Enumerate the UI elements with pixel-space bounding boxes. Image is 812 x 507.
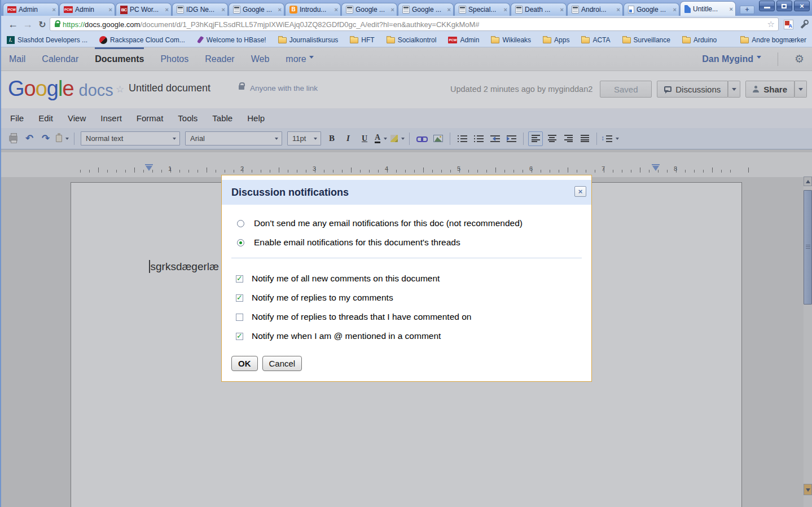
radio-enable-email-notifications[interactable] [237, 239, 244, 246]
bookmark-folder[interactable]: Wikileaks [491, 36, 531, 44]
minimize-button[interactable] [759, 1, 775, 11]
dialog-buttons: OK Cancel [231, 356, 302, 371]
radio-no-email-notifications[interactable] [237, 220, 244, 227]
browser-tab[interactable]: Special...× [454, 3, 510, 16]
tab-close-icon[interactable]: × [52, 6, 56, 13]
news-doc-icon [346, 6, 353, 14]
rackspace-icon [99, 36, 107, 44]
bookmark-item[interactable]: Rackspace Cloud Com... [99, 36, 185, 44]
wrench-menu-icon[interactable] [798, 20, 807, 29]
tab-close-icon[interactable]: × [504, 6, 507, 13]
bookmark-folder[interactable]: Socialkontrol [387, 36, 437, 44]
folder-icon [350, 37, 358, 43]
docs-page: Mail Calendar Documents Photos Reader We… [1, 47, 812, 507]
checkbox-row: Notify me of replies to my comments [236, 293, 393, 303]
back-button[interactable]: ← [6, 19, 20, 30]
bookmark-folder[interactable]: Arduino [682, 36, 717, 44]
bookmark-folder[interactable]: Journalistkursus [278, 36, 339, 44]
checkbox-at-mentioned[interactable] [236, 333, 243, 340]
checkbox-row: Notify me when I am @ mentioned in a com… [236, 331, 441, 341]
news-doc-icon [459, 6, 466, 14]
checkbox-row: Notify me of all new comments on this do… [236, 274, 440, 284]
browser-tab[interactable]: Google ...× [341, 3, 397, 16]
tab-close-icon[interactable]: × [447, 6, 451, 13]
other-bookmarks-folder[interactable]: Andre bogmærker [740, 36, 806, 44]
ok-button[interactable]: OK [231, 356, 258, 371]
checkbox-label: Notify me of all new comments on this do… [252, 274, 440, 284]
forward-button[interactable]: → [20, 19, 35, 30]
tab-close-icon[interactable]: × [222, 6, 225, 13]
tab-close-icon[interactable]: × [673, 6, 677, 13]
tab-close-icon[interactable]: × [278, 6, 282, 13]
tab-close-icon[interactable]: × [560, 6, 564, 13]
browser-tab-active[interactable]: Untitle...× [680, 1, 736, 16]
folder-icon [622, 37, 631, 43]
checkbox-label: Notify me of replies to threads that I h… [252, 312, 471, 322]
news-doc-icon [177, 6, 184, 14]
tab-close-icon[interactable]: × [165, 6, 169, 13]
checkbox-row: Notify me of replies to threads that I h… [236, 312, 471, 322]
tab-close-icon[interactable]: × [391, 6, 394, 13]
browser-tab[interactable]: Google ...× [624, 3, 679, 16]
news-doc-icon [402, 6, 410, 14]
browser-tab[interactable]: Google ...× [229, 3, 284, 16]
checkbox-label: Notify me of replies to my comments [252, 293, 393, 303]
radio-label: Enable email notifications for this docu… [254, 237, 460, 248]
slashdot-icon [7, 36, 15, 44]
url-path: /document/d/1_P3hKqjFLSsdRLL57mjpIXWiEAj… [140, 20, 479, 29]
bookmark-star-icon[interactable]: ☆ [767, 19, 775, 29]
folder-icon [278, 37, 287, 43]
tab-close-icon[interactable]: × [617, 6, 620, 13]
browser-tab[interactable]: Death ...× [511, 3, 567, 16]
tab-close-icon[interactable]: × [109, 6, 112, 13]
url-domain: docs.google.com [85, 20, 140, 29]
dialog-close-button[interactable]: × [574, 186, 586, 197]
checkbox-replies-to-my-comments[interactable] [236, 294, 243, 302]
folder-icon [543, 37, 551, 43]
browser-tab[interactable]: Androi...× [567, 3, 623, 16]
news-doc-icon [233, 6, 240, 14]
discussion-notifications-dialog: Discussion notifications × Don't send me… [221, 175, 592, 382]
ssl-lock-icon[interactable] [55, 23, 60, 27]
tab-close-icon[interactable]: × [730, 6, 733, 12]
bookmark-item[interactable]: Slashdot Developers ... [7, 36, 87, 44]
window-controls: × [759, 1, 810, 11]
browser-tab[interactable]: Admin× [59, 3, 115, 16]
news-doc-icon [515, 6, 523, 14]
browser-tab[interactable]: Introdu...× [285, 3, 341, 16]
close-button[interactable]: × [794, 1, 810, 11]
checkbox-replies-to-threads[interactable] [236, 314, 243, 321]
address-bar[interactable]: https://docs.google.com/document/d/1_P3h… [50, 17, 779, 31]
minimize-icon [764, 7, 770, 8]
bookmark-folder[interactable]: ACTA [581, 36, 610, 44]
dialog-title: Discussion notifications [222, 180, 591, 205]
hbase-feather-icon [197, 36, 204, 43]
pcworld-icon [120, 6, 128, 14]
bookmark-folder[interactable]: Apps [543, 36, 569, 44]
maximize-button[interactable] [776, 1, 792, 11]
translate-extension-icon[interactable] [784, 20, 793, 29]
browser-tab[interactable]: IDG Ne...× [172, 3, 228, 16]
browser-tab[interactable]: Admin× [3, 3, 59, 16]
bookmark-item[interactable]: Admin [448, 36, 479, 44]
folder-icon [581, 37, 590, 43]
browser-tab[interactable]: Google ...× [398, 3, 454, 16]
bookmark-folder[interactable]: HFT [350, 36, 374, 44]
bookmark-item[interactable]: Welcome to HBase! [197, 36, 266, 44]
browser-window: Admin× Admin× PC Wor...× IDG Ne...× Goog… [0, 0, 812, 507]
url-separator: :// [78, 20, 85, 29]
cancel-button[interactable]: Cancel [262, 356, 302, 371]
bookmark-folder[interactable]: Surveillance [622, 36, 670, 44]
url-scheme: https [63, 20, 78, 29]
checkbox-label: Notify me when I am @ mentioned in a com… [252, 331, 441, 341]
new-tab-button[interactable]: + [740, 6, 754, 14]
reload-button[interactable]: ↻ [35, 19, 50, 30]
browser-tab[interactable]: PC Wor...× [116, 3, 172, 16]
checkbox-all-new-comments[interactable] [236, 275, 243, 283]
pcw-icon [64, 6, 73, 13]
doc-page-icon [628, 6, 634, 14]
tab-close-icon[interactable]: × [335, 6, 338, 13]
folder-icon [387, 37, 395, 43]
pcw-icon [448, 37, 457, 43]
browser-toolbar: ← → ↻ https://docs.google.com/document/d… [1, 16, 812, 33]
